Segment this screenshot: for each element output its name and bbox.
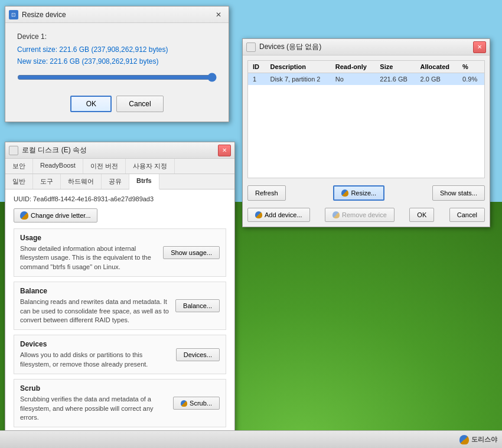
devices-button[interactable]: Devices... [176, 348, 220, 361]
device-label: Device 1: [17, 32, 217, 41]
tab-previous-versions[interactable]: 이전 버전 [83, 159, 126, 174]
resize-dialog-title: Resize device [22, 11, 212, 19]
resize-cancel-button[interactable]: Cancel [116, 96, 163, 112]
props-tabs-row1: 보안 ReadyBoost 이전 버전 사용자 지정 [5, 159, 234, 174]
tab-tools[interactable]: 도구 [33, 174, 61, 189]
add-shield-icon [255, 211, 262, 218]
scrub-title: Scrub [20, 384, 167, 393]
devices-titlebar: Devices (응답 없음) ✕ [243, 39, 490, 55]
props-dialog-close[interactable]: ✕ [218, 145, 231, 156]
resize-button[interactable]: Resize... [333, 185, 384, 201]
tab-hardware[interactable]: 하드웨어 [61, 174, 102, 189]
col-id: ID [248, 61, 265, 73]
change-drive-letter-button[interactable]: Change drive letter... [14, 208, 97, 223]
usage-section: Usage Show detailed information about in… [14, 228, 226, 277]
resize-dialog-buttons: OK Cancel [17, 96, 217, 112]
col-description: Description [265, 61, 330, 73]
col-size: Size [375, 61, 415, 73]
col-readonly: Read-only [331, 61, 376, 73]
balance-desc: Balancing reads and rewrites data and me… [20, 297, 169, 325]
resize-dialog-body: Device 1: Current size: 221.6 GB (237,90… [5, 23, 229, 122]
scrub-button[interactable]: Scrub... [173, 397, 220, 410]
resize-dialog-icon: ⊡ [9, 10, 18, 19]
col-percent: % [458, 61, 484, 73]
refresh-button[interactable]: Refresh [247, 185, 286, 201]
devices-desc: Allows you to add disks or partitions to… [20, 351, 170, 369]
props-dialog-icon [9, 146, 18, 155]
usage-desc: Show detailed information about internal… [20, 244, 157, 272]
devices-cancel-button[interactable]: Cancel [449, 208, 485, 222]
balance-button[interactable]: Balance... [175, 299, 220, 312]
devices-dialog-close[interactable]: ✕ [473, 41, 486, 53]
uuid-line: UUID: 7ea6dff8-1442-4e16-8931-a6e27d989a… [14, 195, 226, 202]
devices-title: Devices [20, 340, 170, 348]
show-stats-button[interactable]: Show stats... [432, 185, 485, 201]
props-titlebar: 로컬 디스크 (E) 속성 ✕ [5, 142, 234, 159]
tab-security[interactable]: 보안 [5, 159, 33, 174]
resize-slider-container [17, 73, 217, 84]
balance-section: Balance Balancing reads and rewrites dat… [14, 282, 226, 330]
props-dialog-title: 로컬 디스크 (E) 속성 [22, 145, 218, 155]
current-size-info: Current size: 221.6 GB (237,908,262,912 … [17, 45, 217, 54]
cell-allocated: 2.0 GB [416, 73, 458, 86]
cell-size: 221.6 GB [375, 73, 415, 86]
tab-sharing[interactable]: 공유 [102, 174, 129, 189]
devices-table-area: ID Description Read-only Size Allocated … [247, 60, 485, 178]
show-usage-button[interactable]: Show usage... [163, 246, 220, 259]
taskbar-brand: 도리스야 [459, 435, 497, 444]
props-content: UUID: 7ea6dff8-1442-4e16-8931-a6e27d989a… [5, 189, 234, 438]
cell-description: Disk 7, partition 2 [265, 73, 330, 86]
taskbar-brand-label: 도리스야 [471, 435, 497, 444]
devices-ok-button[interactable]: OK [409, 208, 434, 222]
usage-title: Usage [20, 234, 157, 242]
tab-custom[interactable]: 사용자 지정 [126, 159, 175, 174]
resize-dialog-close[interactable]: ✕ [212, 9, 225, 21]
tab-readyboost[interactable]: ReadyBoost [33, 159, 83, 174]
devices-table: ID Description Read-only Size Allocated … [248, 61, 484, 85]
props-tabs-row2: 일반 도구 하드웨어 공유 Btrfs [5, 174, 234, 189]
scrub-section: Scrub Scrubbing verifies the data and me… [14, 379, 226, 427]
resize-slider[interactable] [17, 73, 217, 82]
taskbar-brand-icon [459, 435, 469, 444]
devices-actions-row2: Add device... Remove device OK Cancel [243, 205, 490, 227]
devices-dialog-icon [246, 42, 256, 52]
resize-dialog: ⊡ Resize device ✕ Device 1: Current size… [5, 6, 229, 122]
devices-section: Devices Allows you to add disks or parti… [14, 335, 226, 374]
col-allocated: Allocated [416, 61, 458, 73]
shield-icon [20, 211, 28, 220]
tab-general[interactable]: 일반 [5, 174, 33, 189]
resize-dialog-titlebar: ⊡ Resize device ✕ [5, 6, 229, 23]
cell-readonly: No [331, 73, 376, 86]
balance-title: Balance [20, 287, 169, 295]
scrub-desc: Scrubbing verifies the data and metadata… [20, 395, 167, 422]
tab-btrfs[interactable]: Btrfs [129, 174, 159, 189]
props-dialog: 로컬 디스크 (E) 속성 ✕ 보안 ReadyBoost 이전 버전 사용자 … [5, 142, 235, 448]
devices-actions-row1: Refresh Resize... Show stats... [243, 183, 490, 205]
cell-percent: 0.9% [458, 73, 484, 86]
remove-shield-icon [333, 211, 340, 218]
table-row[interactable]: 1 Disk 7, partition 2 No 221.6 GB 2.0 GB… [248, 73, 484, 86]
new-size-info: New size: 221.6 GB (237,908,262,912 byte… [17, 57, 217, 66]
remove-device-button[interactable]: Remove device [325, 208, 395, 222]
add-device-button[interactable]: Add device... [247, 208, 310, 222]
cell-id: 1 [248, 73, 265, 86]
resize-ok-button[interactable]: OK [70, 96, 112, 112]
resize-shield-icon [341, 189, 348, 197]
scrub-shield-icon [181, 400, 187, 407]
devices-dialog-title: Devices (응답 없음) [259, 42, 473, 52]
taskbar: 도리스야 [0, 430, 502, 448]
devices-dialog: Devices (응답 없음) ✕ ID Description Read-on… [242, 38, 490, 227]
